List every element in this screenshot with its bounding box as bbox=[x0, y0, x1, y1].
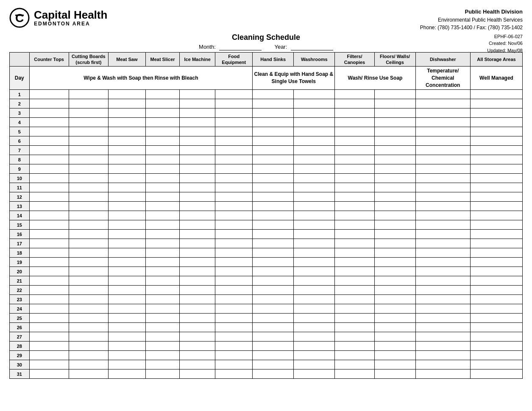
data-cell[interactable] bbox=[335, 323, 374, 332]
data-cell[interactable] bbox=[215, 286, 253, 295]
data-cell[interactable] bbox=[69, 220, 108, 230]
data-cell[interactable] bbox=[29, 155, 69, 164]
data-cell[interactable] bbox=[335, 146, 374, 155]
data-cell[interactable] bbox=[69, 146, 108, 155]
data-cell[interactable] bbox=[180, 267, 215, 276]
data-cell[interactable] bbox=[180, 342, 215, 351]
data-cell[interactable] bbox=[253, 342, 294, 351]
data-cell[interactable] bbox=[180, 183, 215, 192]
data-cell[interactable] bbox=[29, 90, 69, 99]
data-cell[interactable] bbox=[415, 127, 470, 136]
data-cell[interactable] bbox=[335, 164, 374, 174]
data-cell[interactable] bbox=[145, 127, 179, 136]
data-cell[interactable] bbox=[415, 248, 470, 258]
data-cell[interactable] bbox=[69, 192, 108, 202]
data-cell[interactable] bbox=[145, 239, 179, 248]
data-cell[interactable] bbox=[294, 323, 335, 332]
data-cell[interactable] bbox=[335, 90, 374, 99]
data-cell[interactable] bbox=[335, 286, 374, 295]
data-cell[interactable] bbox=[69, 276, 108, 286]
data-cell[interactable] bbox=[253, 314, 294, 323]
data-cell[interactable] bbox=[145, 323, 179, 332]
data-cell[interactable] bbox=[108, 360, 145, 369]
data-cell[interactable] bbox=[294, 183, 335, 192]
data-cell[interactable] bbox=[415, 342, 470, 351]
data-cell[interactable] bbox=[108, 248, 145, 258]
data-cell[interactable] bbox=[108, 108, 145, 118]
data-cell[interactable] bbox=[294, 220, 335, 230]
data-cell[interactable] bbox=[69, 99, 108, 108]
data-cell[interactable] bbox=[335, 248, 374, 258]
data-cell[interactable] bbox=[253, 360, 294, 369]
data-cell[interactable] bbox=[470, 108, 522, 118]
data-cell[interactable] bbox=[294, 258, 335, 267]
data-cell[interactable] bbox=[145, 211, 179, 220]
data-cell[interactable] bbox=[374, 146, 415, 155]
data-cell[interactable] bbox=[180, 295, 215, 304]
data-cell[interactable] bbox=[470, 295, 522, 304]
data-cell[interactable] bbox=[215, 155, 253, 164]
data-cell[interactable] bbox=[415, 220, 470, 230]
data-cell[interactable] bbox=[335, 239, 374, 248]
data-cell[interactable] bbox=[294, 304, 335, 314]
data-cell[interactable] bbox=[108, 230, 145, 239]
data-cell[interactable] bbox=[253, 174, 294, 183]
data-cell[interactable] bbox=[294, 351, 335, 360]
data-cell[interactable] bbox=[294, 211, 335, 220]
data-cell[interactable] bbox=[180, 220, 215, 230]
data-cell[interactable] bbox=[253, 118, 294, 127]
data-cell[interactable] bbox=[294, 369, 335, 379]
data-cell[interactable] bbox=[374, 332, 415, 342]
data-cell[interactable] bbox=[335, 183, 374, 192]
data-cell[interactable] bbox=[108, 202, 145, 211]
data-cell[interactable] bbox=[215, 146, 253, 155]
data-cell[interactable] bbox=[374, 295, 415, 304]
data-cell[interactable] bbox=[215, 90, 253, 99]
data-cell[interactable] bbox=[415, 369, 470, 379]
data-cell[interactable] bbox=[69, 314, 108, 323]
data-cell[interactable] bbox=[253, 136, 294, 146]
data-cell[interactable] bbox=[215, 239, 253, 248]
data-cell[interactable] bbox=[145, 295, 179, 304]
year-field[interactable] bbox=[291, 44, 333, 50]
data-cell[interactable] bbox=[253, 220, 294, 230]
data-cell[interactable] bbox=[29, 258, 69, 267]
data-cell[interactable] bbox=[335, 211, 374, 220]
data-cell[interactable] bbox=[29, 304, 69, 314]
data-cell[interactable] bbox=[294, 332, 335, 342]
data-cell[interactable] bbox=[294, 90, 335, 99]
data-cell[interactable] bbox=[29, 211, 69, 220]
data-cell[interactable] bbox=[374, 211, 415, 220]
data-cell[interactable] bbox=[29, 276, 69, 286]
data-cell[interactable] bbox=[415, 174, 470, 183]
data-cell[interactable] bbox=[415, 239, 470, 248]
data-cell[interactable] bbox=[29, 267, 69, 276]
data-cell[interactable] bbox=[374, 323, 415, 332]
data-cell[interactable] bbox=[215, 304, 253, 314]
data-cell[interactable] bbox=[294, 118, 335, 127]
data-cell[interactable] bbox=[415, 108, 470, 118]
data-cell[interactable] bbox=[253, 295, 294, 304]
data-cell[interactable] bbox=[374, 136, 415, 146]
data-cell[interactable] bbox=[335, 230, 374, 239]
data-cell[interactable] bbox=[145, 183, 179, 192]
data-cell[interactable] bbox=[145, 369, 179, 379]
data-cell[interactable] bbox=[29, 360, 69, 369]
data-cell[interactable] bbox=[180, 211, 215, 220]
data-cell[interactable] bbox=[145, 248, 179, 258]
data-cell[interactable] bbox=[470, 127, 522, 136]
data-cell[interactable] bbox=[215, 342, 253, 351]
data-cell[interactable] bbox=[335, 332, 374, 342]
data-cell[interactable] bbox=[29, 295, 69, 304]
data-cell[interactable] bbox=[69, 127, 108, 136]
data-cell[interactable] bbox=[294, 360, 335, 369]
data-cell[interactable] bbox=[335, 304, 374, 314]
data-cell[interactable] bbox=[253, 230, 294, 239]
data-cell[interactable] bbox=[294, 136, 335, 146]
data-cell[interactable] bbox=[69, 108, 108, 118]
data-cell[interactable] bbox=[29, 314, 69, 323]
data-cell[interactable] bbox=[294, 99, 335, 108]
data-cell[interactable] bbox=[374, 314, 415, 323]
data-cell[interactable] bbox=[374, 174, 415, 183]
data-cell[interactable] bbox=[29, 202, 69, 211]
